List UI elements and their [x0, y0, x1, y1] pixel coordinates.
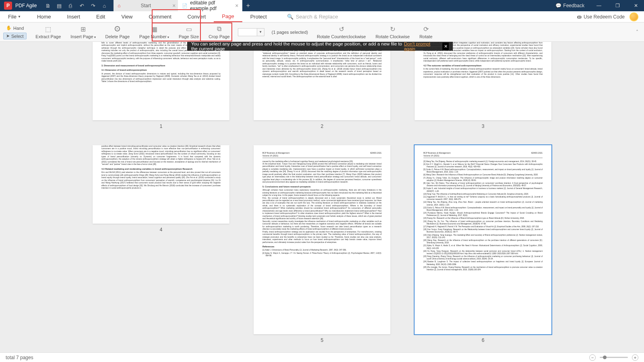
insert-page-icon: ⊞: [78, 25, 88, 33]
total-pages-label: total 7 pages: [6, 355, 33, 360]
rotate-cw-button[interactable]: ↻ Rotate Clockwise: [376, 25, 410, 39]
zoom-slider[interactable]: [600, 357, 628, 358]
page-number-label: 4: [160, 227, 163, 232]
page-grid: fails to cover different levels of anthr…: [20, 42, 624, 352]
insert-page-button[interactable]: ⊞ Insert Page: [70, 25, 95, 39]
page-number-label: 5: [321, 337, 324, 343]
feedback-label: Feedback: [563, 3, 584, 8]
zoom-in-button[interactable]: +: [632, 354, 638, 361]
hand-icon: ✋: [6, 25, 12, 31]
title-bar: P PDF Agile 🗎 ▤ ⎙ ↶ ↷ ⌂ ⌂ Start × 📄 edit…: [0, 0, 644, 11]
crop-page-icon: ⧉: [214, 25, 224, 33]
recent-icon[interactable]: ▤: [56, 2, 62, 9]
crop-page-label: Crop Page: [208, 34, 230, 39]
page-thumbnail-1[interactable]: fails to cover different levels of anthr…: [93, 42, 229, 120]
save-icon[interactable]: 🗎: [45, 2, 51, 9]
extract-page-icon: ⬚: [43, 25, 53, 33]
page-thumbnail-wrap: fails to cover different levels of anthr…: [93, 42, 229, 129]
page-thumbnail-wrap: BCP Business & ManagementVolume 14 (2021…: [254, 145, 390, 343]
page-thumbnail-3[interactable]: three-factor model of anthropomorphism i…: [415, 42, 551, 120]
zoom-controls: − +: [589, 354, 638, 361]
zoom-out-button[interactable]: −: [589, 354, 596, 361]
collapse-ribbon-button[interactable]: ˄: [636, 29, 641, 35]
tab-start-home-icon: ⌂: [118, 3, 120, 8]
page-thumbnail-wrap: BCP Business & ManagementVolume 14 (2021…: [415, 145, 551, 343]
hand-label: Hand: [13, 26, 24, 31]
chevron-down-icon: ▼: [18, 15, 21, 19]
search-icon: 🔍: [287, 14, 293, 20]
menu-file[interactable]: File ▼: [0, 11, 29, 22]
page-thumbnail-6[interactable]: BCP Business & ManagementVolume 14 (2021…: [415, 145, 551, 334]
tab-file[interactable]: 📄 editable pdf example.pdf ×: [178, 0, 242, 11]
delete-page-icon: ⮿: [113, 25, 122, 33]
undo-icon[interactable]: ↶: [78, 2, 85, 9]
redeem-button[interactable]: 🎟 Use Redeem Code: [577, 14, 625, 20]
page-size-icon: ▭: [184, 25, 194, 33]
menu-comment[interactable]: Comment: [140, 11, 179, 22]
window-maximize-button[interactable]: ❐: [609, 0, 625, 11]
page-thumbnail-4[interactable]: positive effect between brand microblog …: [93, 145, 229, 224]
delete-page-button[interactable]: ⮿ Delete Page: [105, 25, 130, 39]
page-thumbnail-workspace[interactable]: fails to cover different levels of anthr…: [0, 42, 644, 352]
page-number-label: Page Number: [139, 34, 169, 39]
extract-page-label: Extract Page: [35, 34, 61, 39]
menu-convert[interactable]: Convert: [180, 11, 214, 22]
page-size-label: Page Size: [179, 34, 199, 39]
page-thumbnail-2[interactable]: anthropomorphism [15]. Puzakova et al. (…: [254, 42, 390, 120]
tab-start-close-icon[interactable]: ×: [172, 2, 175, 9]
menu-protect[interactable]: Protect: [242, 11, 275, 22]
feedback-button[interactable]: 💬 Feedback: [555, 3, 584, 8]
tab-start[interactable]: ⌂ Start ×: [114, 0, 178, 11]
search-placeholder: Search & Replace: [296, 14, 338, 20]
zoom-slider-handle[interactable]: [603, 356, 607, 359]
window-close-button[interactable]: ✕: [628, 0, 644, 11]
page-number-button[interactable]: ▦ Page Number: [139, 25, 169, 39]
tab-add-button[interactable]: +: [242, 0, 254, 11]
window-minimize-button[interactable]: —: [591, 0, 607, 11]
page-thumbnail-5[interactable]: BCP Business & ManagementVolume 14 (2021…: [254, 145, 390, 334]
menu-page[interactable]: Page: [214, 11, 242, 22]
menu-bar: File ▼ Home Insert Edit View Comment Con…: [0, 11, 644, 23]
chevron-down-icon[interactable]: ▼: [257, 28, 264, 36]
home-icon[interactable]: ⌂: [101, 2, 107, 9]
pdf-file-icon: 📄: [182, 3, 188, 8]
menu-file-label: File: [8, 14, 17, 20]
redeem-label: Use Redeem Code: [584, 14, 625, 20]
page-number-label: 3: [482, 123, 485, 129]
hand-tool[interactable]: ✋ Hand: [3, 25, 27, 31]
rotate-label: Rotate: [419, 34, 432, 39]
tab-file-label: editable pdf example.pdf: [190, 0, 235, 11]
toast-dont-prompt-link[interactable]: Don't prompt again: [404, 41, 438, 51]
page-size-input[interactable]: [238, 28, 257, 36]
rotate-ccw-button[interactable]: ↺ Rotate Counterclockwise: [317, 25, 366, 39]
page-number-label: 6: [482, 337, 485, 343]
toast-close-button[interactable]: ✕: [442, 43, 449, 50]
app-name: PDF Agile: [15, 3, 37, 8]
select-label: Select: [11, 34, 24, 39]
extract-page-button[interactable]: ⬚ Extract Page: [35, 25, 61, 39]
page-number-icon: ▦: [149, 25, 159, 33]
status-bar: total 7 pages − +: [0, 352, 644, 362]
redo-icon[interactable]: ↷: [90, 2, 96, 9]
menu-insert[interactable]: Insert: [59, 11, 89, 22]
user-avatar[interactable]: [630, 12, 638, 21]
menu-view[interactable]: View: [113, 11, 140, 22]
search-box[interactable]: 🔍 Search & Replace: [287, 14, 338, 20]
menu-edit[interactable]: Edit: [88, 11, 113, 22]
rotate-cw-icon: ↻: [388, 25, 397, 33]
insert-page-label: Insert Page: [70, 34, 95, 39]
print-icon[interactable]: ⎙: [67, 2, 74, 9]
rotate-button[interactable]: ⟳ Rotate: [419, 25, 432, 39]
rotate-ccw-label: Rotate Counterclockwise: [317, 34, 366, 39]
crop-page-button[interactable]: ⧉ Crop Page: [208, 25, 230, 39]
pointer-tools: ✋ Hand ➤ Select: [3, 25, 27, 39]
app-logo: P: [4, 2, 12, 10]
select-tool[interactable]: ➤ Select: [3, 33, 27, 39]
page-size-combo[interactable]: ▼: [238, 28, 264, 36]
page-size-button[interactable]: ▭ Page Size: [179, 25, 199, 39]
menu-home[interactable]: Home: [29, 11, 59, 22]
page-thumbnail-wrap: anthropomorphism [15]. Puzakova et al. (…: [254, 42, 390, 129]
quick-access-toolbar: 🗎 ▤ ⎙ ↶ ↷ ⌂: [45, 2, 107, 9]
tab-file-close-icon[interactable]: ×: [235, 2, 238, 9]
page-thumbnail-wrap: three-factor model of anthropomorphism i…: [415, 42, 551, 129]
